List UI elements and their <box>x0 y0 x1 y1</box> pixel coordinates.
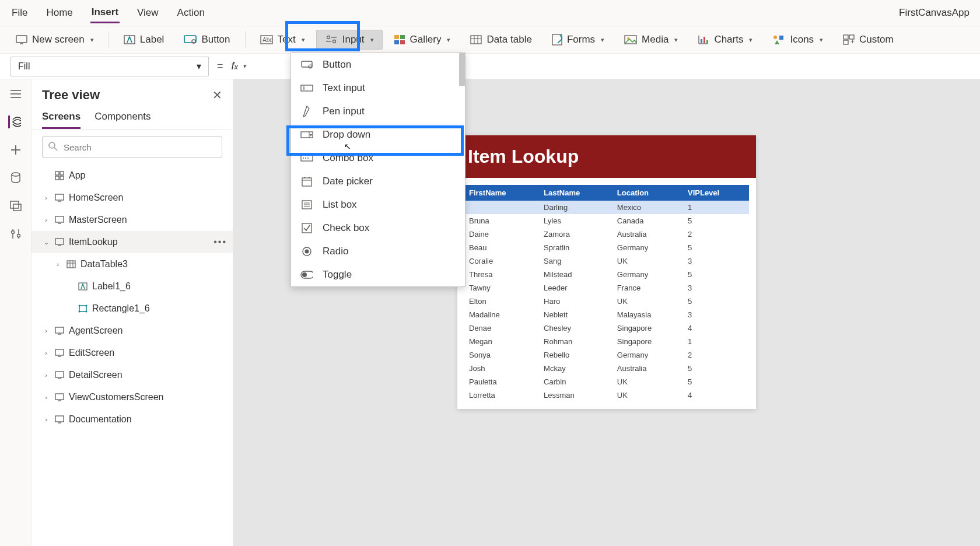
svg-point-86 <box>305 158 306 159</box>
table-row[interactable]: LorrettaLessmanUK4 <box>464 388 749 402</box>
column-header[interactable]: LastName <box>539 185 612 201</box>
tree-view-icon[interactable] <box>8 116 21 128</box>
tree-item-detailscreen[interactable]: ›DetailScreen <box>32 364 233 386</box>
tree-item-rectangle1_6[interactable]: Rectangle1_6 <box>32 298 233 320</box>
table-row[interactable]: MeganRohmanSingapore1 <box>464 335 749 348</box>
input-button[interactable]: Input ▾ <box>316 30 383 50</box>
label-button[interactable]: Label <box>115 30 173 50</box>
tree-app[interactable]: App <box>32 164 233 187</box>
charts-button[interactable]: Charts ▾ <box>689 30 761 50</box>
table-row[interactable]: DaineZamoraAustralia2 <box>464 228 749 241</box>
dropdown-item-text-input[interactable]: Text input <box>291 76 465 100</box>
dropdown-item-radio[interactable]: Radio <box>291 240 465 263</box>
dropdown-item-pen-input[interactable]: Pen input <box>291 100 465 123</box>
dropdown-item-drop-down[interactable]: ▾Drop down <box>291 123 465 146</box>
expand-icon[interactable]: › <box>42 416 50 423</box>
menu-action[interactable]: Action <box>176 4 206 22</box>
menu-file[interactable]: File <box>10 4 29 22</box>
table-row[interactable]: CoralieSangUK3 <box>464 254 749 268</box>
data-table-button[interactable]: Data table <box>461 30 541 50</box>
table-row[interactable]: BrunaLylesCanada5 <box>464 214 749 228</box>
forms-button[interactable]: Forms ▾ <box>543 30 613 50</box>
tree-item-label: Rectangle1_6 <box>92 303 150 314</box>
table-cell: Sang <box>539 254 612 268</box>
canvas-screen[interactable]: Item Lookup FirstNameLastNameLocationVIP… <box>457 135 756 409</box>
dropdown-item-label: Drop down <box>323 129 370 141</box>
fx-button[interactable]: fx▾ <box>232 60 247 72</box>
advanced-icon[interactable] <box>9 228 22 240</box>
dropdown-item-label: Button <box>323 59 351 71</box>
column-header[interactable]: FirstName <box>464 185 539 201</box>
table-row[interactable]: DarlingMexico1 <box>464 201 749 214</box>
tab-components[interactable]: Components <box>94 107 150 129</box>
media-button[interactable]: Media ▾ <box>615 30 687 50</box>
more-icon[interactable]: ••• <box>214 237 227 247</box>
insert-icon[interactable] <box>9 144 22 156</box>
menu-home[interactable]: Home <box>45 4 74 22</box>
table-cell: Spratlin <box>539 241 612 254</box>
data-table: FirstNameLastNameLocationVIPLevel Darlin… <box>464 185 749 402</box>
expand-icon[interactable]: › <box>42 327 50 334</box>
scrollbar[interactable] <box>459 53 465 86</box>
menu-view[interactable]: View <box>136 4 160 22</box>
tree-item-masterscreen[interactable]: ›MasterScreen <box>32 209 233 231</box>
table-row[interactable]: SonyaRebelloGermany2 <box>464 348 749 362</box>
media-rail-icon[interactable] <box>9 200 22 212</box>
expand-icon[interactable]: › <box>42 349 50 356</box>
hamburger-icon[interactable] <box>9 88 22 100</box>
tree-item-label1_6[interactable]: Label1_6 <box>32 275 233 298</box>
table-row[interactable]: ThresaMilsteadGermany5 <box>464 268 749 281</box>
table-row[interactable]: TawnyLeederFrance3 <box>464 281 749 295</box>
custom-button[interactable]: + Custom <box>834 30 902 50</box>
icons-button[interactable]: Icons ▾ <box>764 30 832 50</box>
dropdown-item-button[interactable]: Button <box>291 53 465 76</box>
table-row[interactable]: MadalineNeblettMalayasia3 <box>464 308 749 321</box>
svg-rect-55 <box>55 239 64 244</box>
table-row[interactable]: EltonHaroUK5 <box>464 295 749 308</box>
button-button[interactable]: Button <box>175 30 239 50</box>
expand-icon[interactable]: › <box>42 194 50 201</box>
dropdown-item-date-picker[interactable]: Date picker <box>291 170 465 193</box>
svg-rect-31 <box>844 40 848 44</box>
table-row[interactable]: DenaeChesleySingapore4 <box>464 321 749 335</box>
text-button[interactable]: Abc Text ▾ <box>251 30 314 50</box>
search-input[interactable] <box>42 136 222 158</box>
dropdown-item-combo-box[interactable]: Combo box <box>291 146 465 170</box>
column-header[interactable]: VIPLevel <box>683 185 749 201</box>
svg-point-7 <box>327 36 330 39</box>
close-icon[interactable]: ✕ <box>212 88 222 102</box>
dropdown-item-toggle[interactable]: Toggle <box>291 263 465 286</box>
input-dropdown-menu: ButtonText inputPen input▾Drop downCombo… <box>290 52 466 287</box>
tree-item-datatable3[interactable]: ›DataTable3 <box>32 253 233 275</box>
table-cell: Canada <box>612 214 683 228</box>
tree-item-editscreen[interactable]: ›EditScreen <box>32 342 233 364</box>
tree-item-viewcustomersscreen[interactable]: ›ViewCustomersScreen <box>32 386 233 408</box>
gallery-button[interactable]: Gallery ▾ <box>385 30 460 50</box>
dropdown-item-list-box[interactable]: List box <box>291 193 465 216</box>
table-row[interactable]: PaulettaCarbinUK5 <box>464 375 749 388</box>
expand-icon[interactable]: › <box>42 394 50 401</box>
property-selector[interactable]: Fill ▾ <box>10 57 209 76</box>
menu-insert[interactable]: Insert <box>90 3 120 23</box>
tree-item-itemlookup[interactable]: ⌄ItemLookup••• <box>32 231 233 253</box>
tab-screens[interactable]: Screens <box>42 107 80 129</box>
table-cell: Daine <box>464 228 539 241</box>
tree-title: Tree view <box>42 88 100 103</box>
column-header[interactable]: Location <box>612 185 683 201</box>
tree-item-homescreen[interactable]: ›HomeScreen <box>32 187 233 209</box>
screen-icon <box>55 327 64 335</box>
expand-icon[interactable]: ⌄ <box>42 239 50 246</box>
dropdown-item-label: Date picker <box>323 176 373 187</box>
expand-icon[interactable]: › <box>42 216 50 223</box>
expand-icon[interactable]: › <box>54 261 62 268</box>
tree-item-documentation[interactable]: ›Documentation <box>32 408 233 430</box>
input-label: Input <box>342 34 365 46</box>
tree-item-agentscreen[interactable]: ›AgentScreen <box>32 320 233 342</box>
dropdown-item-check-box[interactable]: Check box <box>291 216 465 240</box>
table-cell: 5 <box>683 375 749 388</box>
new-screen-button[interactable]: New screen ▾ <box>7 30 103 50</box>
table-row[interactable]: JoshMckayAustralia5 <box>464 362 749 375</box>
data-icon[interactable] <box>9 172 22 184</box>
expand-icon[interactable]: › <box>42 372 50 379</box>
table-row[interactable]: BeauSpratlinGermany5 <box>464 241 749 254</box>
